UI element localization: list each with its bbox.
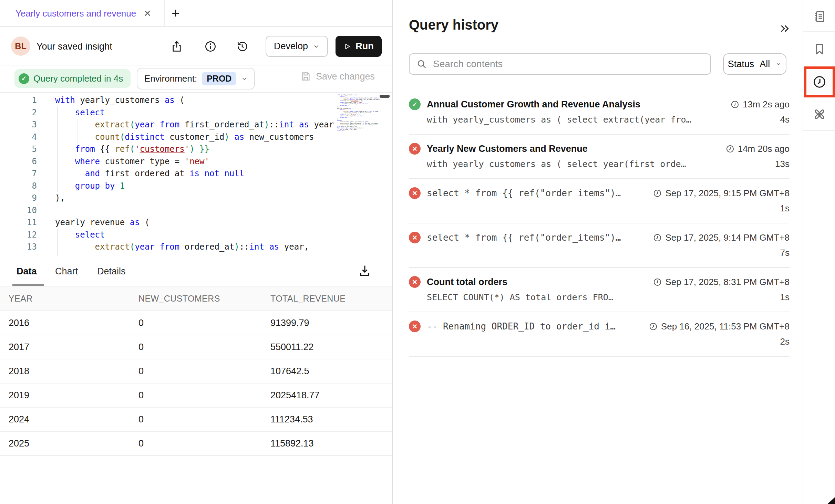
line-number: 5	[0, 143, 37, 156]
table-cell: 2017	[9, 342, 138, 353]
line-number: 11	[0, 217, 37, 229]
clock-icon	[730, 100, 740, 109]
code-line[interactable]: 4 count(distinct customer_id) as new_cus…	[0, 131, 392, 144]
query-history-list: ✓ Annual Customer Growth and Revenue Ana…	[409, 90, 790, 357]
query-history-title: Query history	[409, 17, 498, 33]
save-changes-label: Save changes	[316, 71, 375, 82]
share-icon	[170, 40, 183, 53]
compass-icon	[813, 107, 826, 121]
chevron-down-icon	[313, 43, 320, 50]
environment-dropdown[interactable]: Environment: PROD	[137, 68, 255, 90]
query-history-item[interactable]: ✕ select * from {{ ref("order_items")… S…	[409, 179, 790, 223]
environment-value: PROD	[202, 72, 236, 85]
info-button[interactable]	[204, 40, 217, 53]
semantic-layer-panel-button[interactable]	[813, 107, 826, 121]
code-line[interactable]: 7 and first_ordered_at is not null	[0, 168, 392, 180]
share-button[interactable]	[170, 40, 183, 53]
query-time: 13m 2s ago	[743, 99, 790, 110]
table-cell: 0	[138, 414, 270, 425]
code-line[interactable]: 8 group by 1	[0, 180, 392, 192]
insight-subtitle: Your saved insight	[37, 41, 112, 52]
table-cell: 2016	[9, 318, 138, 328]
query-preview: SELECT COUNT(*) AS total_orders FRO…	[427, 292, 780, 302]
save-changes-button[interactable]: Save changes	[300, 71, 375, 82]
tab-title[interactable]: Yearly customers and revenue	[16, 8, 136, 19]
notebook-panel-button[interactable]	[813, 10, 826, 23]
table-cell: 0	[138, 366, 270, 377]
corner-cursor-artifact	[827, 497, 835, 504]
query-title: Count total orders	[427, 277, 647, 287]
column-header: TOTAL_REVENUE	[270, 294, 392, 304]
history-clock-icon	[812, 74, 827, 90]
clock-icon	[725, 144, 735, 154]
code-line[interactable]: 5 from {{ ref('customers') }}	[0, 143, 392, 156]
query-status-badge: ✓ Query completed in 4s	[14, 69, 131, 88]
query-history-panel-button[interactable]	[812, 74, 827, 90]
code-line[interactable]: 2 select	[0, 107, 392, 119]
status-icon: ✕	[409, 276, 421, 288]
code-lines[interactable]: 1with yearly_customers as (2 select3 ext…	[0, 94, 392, 253]
editor-panel: Yearly customers and revenue ✕ + BL Your…	[0, 0, 393, 504]
editor-scrollbar-thumb[interactable]	[380, 95, 390, 98]
query-history-item[interactable]: ✕ Yearly New Customers and Revenue 14m 2…	[409, 135, 790, 179]
download-results-button[interactable]	[357, 263, 373, 279]
code-line[interactable]: 1with yearly_customers as (	[0, 94, 392, 107]
code-line[interactable]: 13 extract(year from ordered_at)::int as…	[0, 241, 392, 253]
clock-icon	[653, 189, 662, 198]
code-line[interactable]: 12 select	[0, 229, 392, 241]
info-icon	[204, 40, 217, 53]
query-title: select * from {{ ref("order_items")…	[427, 232, 647, 243]
code-line[interactable]: 9),	[0, 192, 392, 204]
query-preview: with yearly_customers as ( select year(f…	[427, 159, 775, 169]
line-number: 6	[0, 156, 37, 168]
collapse-panel-button[interactable]	[777, 21, 792, 36]
query-title: Yearly New Customers and Revenue	[427, 144, 719, 154]
bookmarks-panel-button[interactable]	[813, 42, 826, 56]
run-button[interactable]: Run	[336, 36, 382, 57]
column-header: YEAR	[9, 294, 138, 304]
clock-icon	[649, 322, 658, 331]
code-line[interactable]: 10	[0, 204, 392, 217]
code-line[interactable]: 6 where customer_type = 'new'	[0, 156, 392, 168]
query-history-item[interactable]: ✕ select * from {{ ref("order_items")… S…	[409, 223, 790, 268]
sql-code-editor[interactable]: 1with yearly_customers as (2 select3 ext…	[0, 92, 392, 256]
version-history-button[interactable]	[236, 40, 249, 53]
status-filter-value: All	[760, 59, 770, 70]
search-input[interactable]	[433, 59, 703, 70]
tab-data[interactable]: Data	[17, 266, 37, 277]
new-tab-button[interactable]: +	[172, 6, 179, 21]
rail-separator	[803, 31, 835, 32]
close-tab-icon[interactable]: ✕	[144, 8, 151, 19]
tab-chart[interactable]: Chart	[55, 266, 78, 277]
query-time: 14m 20s ago	[738, 144, 790, 154]
table-row: 20180107642.5	[0, 359, 392, 384]
code-line[interactable]: 3 extract(year from first_ordered_at)::i…	[0, 119, 392, 131]
line-number: 3	[0, 119, 37, 131]
insight-header: BL Your saved insight Develop	[0, 27, 392, 65]
line-number: 2	[0, 107, 37, 119]
status-icon: ✕	[409, 321, 421, 332]
right-icon-rail	[803, 0, 835, 504]
query-history-item[interactable]: ✓ Annual Customer Growth and Revenue Ana…	[409, 90, 790, 135]
tab-yearly-customers[interactable]: Yearly customers and revenue ✕	[16, 0, 151, 27]
query-history-item[interactable]: ✕ Count total orders Sep 17, 2025, 8:31 …	[409, 268, 790, 312]
editor-minimap[interactable]: with yearly_customers as ( select extrac…	[337, 94, 380, 132]
line-number: 13	[0, 241, 37, 253]
history-search-box[interactable]	[409, 53, 711, 75]
query-time: Sep 17, 2025, 9:14 PM GMT+8	[665, 232, 790, 243]
table-row: 20240111234.53	[0, 408, 392, 432]
query-history-item[interactable]: ✕ -- Renaming ORDER_ID to order_id i… Se…	[409, 312, 790, 357]
chevron-down-icon	[775, 61, 782, 67]
tab-details[interactable]: Details	[97, 266, 126, 277]
app-window: Yearly customers and revenue ✕ + BL Your…	[0, 0, 835, 504]
check-circle-icon: ✓	[19, 73, 29, 84]
code-line[interactable]: 11yearly_revenue as (	[0, 217, 392, 229]
table-row: 20170550011.22	[0, 335, 392, 359]
status-filter-dropdown[interactable]: Status All	[723, 53, 786, 75]
table-cell: 2018	[9, 366, 138, 377]
query-title: select * from {{ ref("order_items")…	[427, 188, 647, 198]
table-cell: 0	[138, 318, 270, 328]
table-row: 2016091399.79	[0, 311, 392, 335]
results-table-header: YEARNEW_CUSTOMERSTOTAL_REVENUE	[0, 286, 392, 311]
develop-dropdown[interactable]: Develop	[266, 36, 328, 57]
